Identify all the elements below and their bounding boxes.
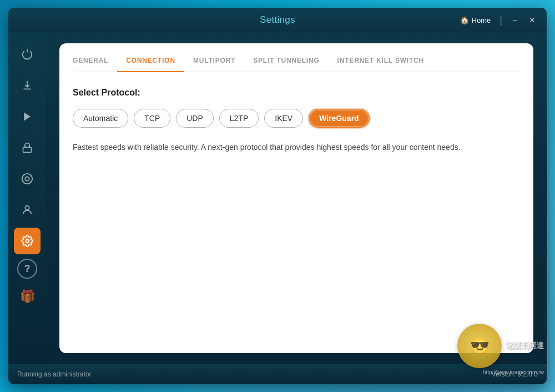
home-button[interactable]: 🏠 Home [456, 14, 496, 27]
sidebar-item-gift[interactable]: 🎁 [14, 283, 41, 310]
sidebar-item-profile[interactable] [14, 197, 41, 223]
protocol-row: Automatic TCP UDP L2TP IKEV WireGuard [73, 109, 520, 128]
tab-split-tunneling[interactable]: SPLIT TUNNELING [244, 57, 328, 72]
window-title: Settings [190, 14, 365, 26]
app-window: Settings 🏠 Home | − ✕ [8, 8, 547, 384]
app-footer: Running as administrator Version: 6.2.0.… [8, 364, 547, 384]
title-separator: | [500, 14, 502, 26]
main-layout: ? 🎁 GENERAL CONNECTION MULTIPORT SPLIT T… [8, 32, 547, 364]
svg-rect-1 [23, 147, 32, 152]
home-icon: 🏠 [460, 16, 469, 24]
close-button[interactable]: ✕ [524, 12, 540, 28]
svg-marker-0 [24, 113, 31, 121]
home-label: Home [472, 16, 491, 24]
sidebar-item-play[interactable] [14, 103, 41, 130]
sidebar-item-power[interactable] [14, 41, 41, 68]
svg-point-5 [26, 239, 29, 243]
settings-card: GENERAL CONNECTION MULTIPORT SPLIT TUNNE… [59, 43, 533, 353]
tab-internet-kill-switch[interactable]: INTERNET KILL SWITCH [329, 57, 433, 72]
minimize-button[interactable]: − [507, 12, 522, 28]
svg-point-3 [25, 177, 29, 180]
footer-status: Running as administrator [17, 370, 91, 378]
footer-version: Version: 6.2.0.0 [492, 370, 538, 378]
svg-point-4 [25, 206, 29, 210]
tab-multiport[interactable]: MULTIPORT [184, 57, 244, 72]
tabs-bar: GENERAL CONNECTION MULTIPORT SPLIT TUNNE… [73, 57, 520, 72]
tab-general[interactable]: GENERAL [73, 57, 117, 72]
sidebar-item-download[interactable] [14, 72, 41, 99]
protocol-l2tp[interactable]: L2TP [219, 109, 259, 128]
protocol-automatic[interactable]: Automatic [73, 109, 128, 128]
sidebar-item-help[interactable]: ? [17, 259, 37, 279]
protocol-ikev[interactable]: IKEV [264, 109, 303, 128]
sidebar-item-ip[interactable] [14, 165, 41, 192]
svg-point-2 [22, 174, 32, 184]
sidebar: ? 🎁 [8, 32, 46, 364]
sidebar-item-settings[interactable] [14, 228, 41, 254]
protocol-udp[interactable]: UDP [176, 109, 214, 128]
protocol-tcp[interactable]: TCP [134, 109, 170, 128]
protocol-wireguard[interactable]: WireGuard [309, 109, 369, 128]
tab-connection[interactable]: CONNECTION [117, 57, 184, 72]
sidebar-item-lock[interactable] [14, 134, 41, 161]
title-bar-controls: 🏠 Home | − ✕ [365, 12, 540, 28]
title-bar: Settings 🏠 Home | − ✕ [8, 8, 547, 32]
protocol-description: Fastest speeds with reliable security. A… [73, 141, 472, 153]
section-title: Select Protocol: [73, 88, 520, 98]
content-area: GENERAL CONNECTION MULTIPORT SPLIT TUNNE… [46, 32, 547, 364]
